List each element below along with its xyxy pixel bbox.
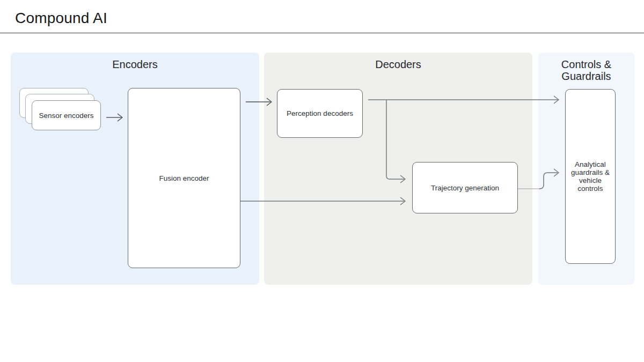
panel-decoders-title: Decoders (264, 58, 532, 70)
node-perception-decoders-label: Perception decoders (287, 109, 353, 117)
node-perception-decoders: Perception decoders (277, 89, 363, 138)
node-trajectory-generation: Trajectory generation (412, 162, 518, 213)
diagram-canvas: Compound AI Encoders Decoders Controls &… (0, 0, 644, 362)
node-trajectory-generation-label: Trajectory generation (431, 184, 499, 192)
node-analytical-guardrails-label: Analytical guardrails & vehicle controls (571, 160, 610, 193)
node-fusion-encoder: Fusion encoder (128, 88, 240, 268)
node-sensor-encoders: Sensor encoders (32, 100, 101, 130)
node-fusion-encoder-label: Fusion encoder (159, 174, 209, 182)
node-analytical-guardrails: Analytical guardrails & vehicle controls (565, 89, 616, 264)
page-title: Compound AI (15, 10, 107, 27)
panel-encoders-title: Encoders (11, 58, 259, 70)
title-divider (0, 33, 644, 33)
panel-controls-title: Controls & Guardrails (538, 58, 634, 82)
node-sensor-encoders-label: Sensor encoders (39, 112, 93, 120)
